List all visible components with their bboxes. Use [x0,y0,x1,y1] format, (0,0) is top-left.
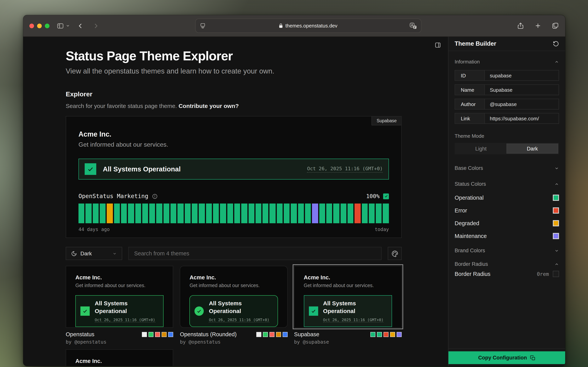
copy-configuration-button[interactable]: Copy Configuration [448,351,565,364]
color-swatch [384,332,388,337]
uptime-bar-operational[interactable] [156,203,162,223]
status-banner-timestamp[interactable]: Oct 26, 2025 11:16 (GMT+0) [307,166,383,173]
uptime-bar-operational[interactable] [376,203,382,223]
new-tab-button[interactable] [534,22,542,29]
field-value-input[interactable]: @supabase [484,99,559,109]
uptime-bar-degraded[interactable] [107,203,113,223]
section-base-colors[interactable]: Base Colors [455,165,559,171]
degraded-color-swatch[interactable] [553,220,559,226]
uptime-bar-operational[interactable] [135,203,141,223]
tab-overview-button[interactable] [552,22,559,29]
translate-icon[interactable] [409,22,417,29]
uptime-bar-operational[interactable] [227,203,233,223]
window-controls [29,23,49,28]
minimize-window-button[interactable] [37,23,42,28]
uptime-bar-operational[interactable] [199,203,205,223]
fullscreen-window-button[interactable] [45,23,49,28]
uptime-bar-operational[interactable] [291,203,297,223]
search-input[interactable] [129,250,381,257]
uptime-bar-operational[interactable] [220,203,226,223]
mode-option-dark[interactable]: Dark [507,143,558,154]
uptime-bar-operational[interactable] [128,203,134,223]
address-bar[interactable]: themes.openstatus.dev [195,19,421,33]
uptime-bar-operational[interactable] [192,203,198,223]
explorer-heading: Explorer [66,91,402,98]
uptime-bar-operational[interactable] [347,203,354,223]
theme-swatches [370,332,402,337]
theme-card-supabase[interactable]: Acme Inc. Get informed about our service… [294,266,402,345]
uptime-bar-operational[interactable] [284,203,290,223]
panel-toggle-button[interactable] [435,42,441,48]
border-radius-input[interactable] [553,271,559,277]
info-icon[interactable] [152,193,158,199]
operational-color-swatch[interactable] [553,195,559,201]
uptime-bar-operational[interactable] [86,203,92,223]
uptime-bar-operational[interactable] [383,203,389,223]
sidebar-toggle-button[interactable] [56,22,64,30]
uptime-bar-error[interactable] [354,203,361,223]
contribute-link[interactable]: Contribute your own? [179,102,239,109]
close-window-button[interactable] [29,23,34,28]
color-swatch [397,332,402,337]
palette-button[interactable] [388,247,402,260]
uptime-bar-operational[interactable] [256,203,262,223]
reset-button[interactable] [553,41,559,47]
uptime-bar-operational[interactable] [248,203,254,223]
browser-window: themes.openstatus.dev [23,15,565,366]
section-border-radius[interactable]: Border Radius [455,261,559,267]
uptime-bar-operational[interactable] [178,203,184,223]
uptime-bar-operational[interactable] [93,203,99,223]
uptime-bar-operational[interactable] [340,203,346,223]
uptime-bar-operational[interactable] [185,203,191,223]
uptime-bar-operational[interactable] [241,203,247,223]
explorer-description: Search for your favorite status page the… [66,102,402,109]
uptime-bar-operational[interactable] [163,203,169,223]
theme-card-partial[interactable]: Acme Inc. Get informed about our service… [66,349,173,366]
uptime-bar-operational[interactable] [362,203,368,223]
uptime-bar-operational[interactable] [114,203,120,223]
uptime-bar-operational[interactable] [263,203,268,223]
sidebar-menu-chevron[interactable] [66,24,70,28]
uptime-bar-operational[interactable] [333,203,339,223]
uptime-bar-operational[interactable] [121,203,127,223]
uptime-bar-operational[interactable] [319,203,325,223]
theme-card-openstatus[interactable]: Acme Inc. Get informed about our service… [66,266,173,345]
lock-icon [279,23,283,28]
uptime-bar-operational[interactable] [305,203,311,223]
uptime-bar-operational[interactable] [298,203,304,223]
field-row-name: Name Supabase [455,84,559,95]
uptime-bar-operational[interactable] [170,203,177,223]
share-button[interactable] [517,22,524,29]
theme-card-openstatus-rounded[interactable]: Acme Inc. Get informed about our service… [180,266,288,345]
error-color-swatch[interactable] [553,207,559,214]
uptime-bar-operational[interactable] [277,203,283,223]
uptime-bar-operational[interactable] [369,203,375,223]
uptime-bar-operational[interactable] [206,203,212,223]
mini-company-name: Acme Inc. [304,274,392,281]
field-value-input[interactable]: Supabase [484,84,559,95]
field-value-input[interactable]: supabase [484,70,559,81]
section-brand-colors[interactable]: Brand Colors [455,248,559,253]
mode-option-light[interactable]: Light [455,143,507,154]
mini-check-icon [81,307,90,316]
uptime-bar-operational[interactable] [100,203,106,223]
section-status-colors[interactable]: Status Colors [455,181,559,187]
forward-button[interactable] [92,22,99,29]
back-button[interactable] [77,22,84,29]
field-value-input[interactable]: https://supabase.com/ [484,113,559,124]
uptime-bar-operational[interactable] [234,203,240,223]
maintenance-color-swatch[interactable] [553,233,559,239]
uptime-bar-operational[interactable] [79,203,84,223]
uptime-bar-operational[interactable] [149,203,155,223]
uptime-bar-maintenance[interactable] [312,203,318,223]
mini-banner-timestamp: Oct 26, 2025 11:16 (GMT+0) [209,317,269,322]
uptime-bar-operational[interactable] [326,203,332,223]
status-color-label: Error [455,207,467,214]
bars-start-label: 44 days ago [79,227,110,232]
uptime-bar-operational[interactable] [213,203,219,223]
uptime-bar-operational[interactable] [142,203,148,223]
uptime-bar-operational[interactable] [270,203,276,223]
section-information[interactable]: Information [455,59,559,65]
theme-grid: Acme Inc. Get informed about our service… [66,266,402,366]
theme-mode-dropdown[interactable]: Dark [66,247,122,260]
